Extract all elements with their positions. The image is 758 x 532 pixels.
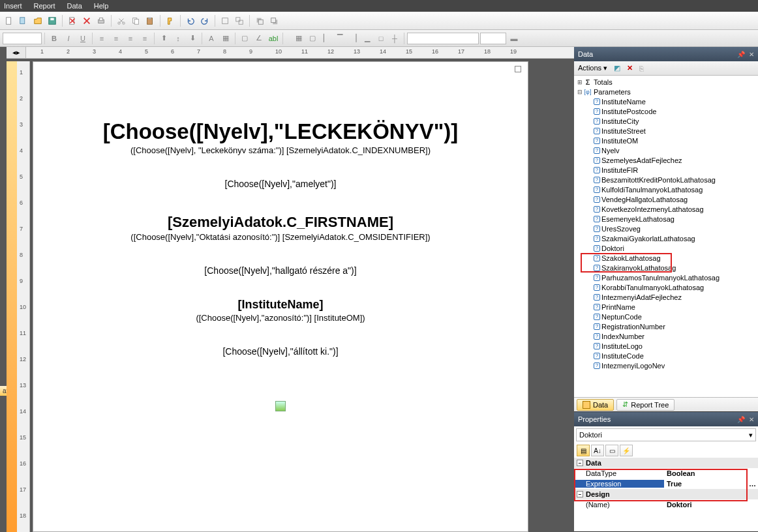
valign-middle-button[interactable]: ↕ xyxy=(172,32,185,45)
border-color-button[interactable]: ▬ xyxy=(508,32,521,45)
valign-top-button[interactable]: ⬆ xyxy=(157,32,170,45)
tree-param-InstituteCode[interactable]: ?InstituteCode xyxy=(574,351,758,361)
tree-param-EsemenyekLathatosag[interactable]: ?EsemenyekLathatosag xyxy=(574,214,758,224)
undo-button[interactable] xyxy=(184,14,197,27)
tree-param-InstituteOM[interactable]: ?InstituteOM xyxy=(574,136,758,145)
tree-param-SzakokLathatosag[interactable]: ?SzakokLathatosag xyxy=(574,253,758,263)
pin-icon[interactable]: 📌 xyxy=(737,51,745,58)
copy-item-icon[interactable]: ⎘ xyxy=(639,65,644,72)
doc-sub2[interactable]: ([Choose([Nyelv],"Oktatási azonosító:")]… xyxy=(59,232,502,242)
tree-param-InstituteName[interactable]: ?InstituteName xyxy=(574,96,758,106)
property-object-name[interactable]: Doktori▾ xyxy=(576,428,756,441)
close-panel-icon[interactable]: ✕ xyxy=(749,51,754,58)
prop-category-design[interactable]: −Design xyxy=(574,489,758,499)
doc-hallgato[interactable]: [Choose([Nyelv],"hallgató részére a")] xyxy=(59,265,502,276)
italic-button[interactable]: I xyxy=(62,32,75,45)
bold-button[interactable]: B xyxy=(48,32,61,45)
prop-row-name[interactable]: (Name)Doktori xyxy=(574,499,758,510)
tree-param-Doktori[interactable]: ?Doktori xyxy=(574,243,758,253)
close-panel-icon[interactable]: ✕ xyxy=(749,416,754,423)
tree-param-Nyelv[interactable]: ?Nyelv xyxy=(574,145,758,155)
tree-param-KulfoldiTanulmanyokLathatosag[interactable]: ?KulfoldiTanulmanyokLathatosag xyxy=(574,185,758,194)
alphabetical-button[interactable]: A↓ xyxy=(591,445,604,456)
actions-dropdown[interactable]: Actions ▾ xyxy=(578,64,607,72)
border-outer-button[interactable]: □ xyxy=(374,32,387,45)
send-back-button[interactable] xyxy=(267,14,280,27)
menu-data[interactable]: Data xyxy=(67,2,82,10)
tree-param-IntezmenyiAdatFejlechez[interactable]: ?IntezmenyiAdatFejlechez xyxy=(574,292,758,302)
expression-editor-button[interactable]: … xyxy=(746,480,758,488)
tree-param-ParhuzamosTanulmanyokLathatosag[interactable]: ?ParhuzamosTanulmanyokLathatosag xyxy=(574,273,758,282)
dropdown-icon[interactable]: ▾ xyxy=(749,431,753,439)
ungroup-button[interactable] xyxy=(233,14,246,27)
print-button[interactable] xyxy=(95,14,108,27)
image-placeholder[interactable] xyxy=(275,401,286,411)
redo-button[interactable] xyxy=(198,14,211,27)
tab-report-tree[interactable]: ⇵Report Tree xyxy=(616,399,675,411)
fill-color-button[interactable]: ▦ xyxy=(219,32,232,45)
doc-amelyet[interactable]: [Choose([Nyelv],"amelyet")] xyxy=(59,179,502,189)
doc-sub1[interactable]: ([Choose([Nyelv], "Leckekönyv száma:")] … xyxy=(59,145,502,155)
tree-param-InstituteStreet[interactable]: ?InstituteStreet xyxy=(574,126,758,136)
tree-param-InstituteLogo[interactable]: ?InstituteLogo xyxy=(574,341,758,351)
doc-name[interactable]: [SzemelyiAdatok.C_FIRSTNAME] xyxy=(59,214,502,231)
menu-report[interactable]: Report xyxy=(34,2,55,10)
data-tree[interactable]: ⊞ΣTotals ⊟[φ]Parameters ?InstituteName?I… xyxy=(574,76,758,397)
border-width-select[interactable] xyxy=(480,33,506,44)
tree-param-InstituteCity[interactable]: ?InstituteCity xyxy=(574,116,758,126)
cut-button[interactable] xyxy=(115,14,128,27)
tree-param-InstitutePostcode[interactable]: ?InstitutePostcode xyxy=(574,106,758,116)
vertical-ruler[interactable]: 123456789101112131415161718 xyxy=(17,61,30,532)
tree-param-SzakiranyokLathatosag[interactable]: ?SzakiranyokLathatosag xyxy=(574,263,758,273)
align-left-button[interactable]: ≡ xyxy=(95,32,108,45)
tree-param-SzakmaiGyakorlatLathatosag[interactable]: ?SzakmaiGyakorlatLathatosag xyxy=(574,233,758,243)
style-select[interactable] xyxy=(3,33,42,44)
border-none-button[interactable]: ▢ xyxy=(306,32,319,45)
menu-insert[interactable]: Insert xyxy=(4,2,22,10)
copy-button[interactable] xyxy=(129,14,142,27)
tree-param-NeptunCode[interactable]: ?NeptunCode xyxy=(574,312,758,321)
new-item-icon[interactable]: ◩ xyxy=(614,64,620,72)
tab-data[interactable]: Data xyxy=(577,399,614,411)
tree-param-RegistrationNumber[interactable]: ?RegistrationNumber xyxy=(574,321,758,331)
border-inner-button[interactable]: ┼ xyxy=(388,32,401,45)
underline-button[interactable]: U xyxy=(76,32,89,45)
horizontal-ruler[interactable]: 12345678910111213141516171819 xyxy=(26,47,574,58)
open-button[interactable] xyxy=(31,14,44,27)
border-button[interactable]: ▢ xyxy=(238,32,251,45)
valign-bottom-button[interactable]: ⬇ xyxy=(186,32,199,45)
tree-parameters[interactable]: ⊟[φ]Parameters xyxy=(574,87,758,96)
bring-front-button[interactable] xyxy=(253,14,266,27)
save-button[interactable] xyxy=(46,14,59,27)
border-bottom-button[interactable]: ▁ xyxy=(361,32,374,45)
prop-row-datatype[interactable]: DataTypeBoolean xyxy=(574,468,758,479)
border-all-button[interactable]: ▦ xyxy=(292,32,305,45)
clear-button[interactable] xyxy=(80,14,93,27)
tree-param-BeszamitottKreditPontokLathatosag[interactable]: ?BeszamitottKreditPontokLathatosag xyxy=(574,175,758,185)
tree-param-PrintName[interactable]: ?PrintName xyxy=(574,302,758,312)
align-center-button[interactable]: ≡ xyxy=(110,32,123,45)
align-right-button[interactable]: ≡ xyxy=(124,32,137,45)
currency-button[interactable]: abl xyxy=(267,32,280,45)
paste-button[interactable] xyxy=(144,14,157,27)
border-left-button[interactable]: ▏ xyxy=(320,32,333,45)
border-top-button[interactable]: ▔ xyxy=(333,32,346,45)
tree-param-IntezmenyiLogoNev[interactable]: ?IntezmenyiLogoNev xyxy=(574,361,758,370)
font-color-button[interactable]: A xyxy=(205,32,218,45)
group-button[interactable] xyxy=(219,14,232,27)
tree-param-SzemelyesAdatFejlechez[interactable]: ?SzemelyesAdatFejlechez xyxy=(574,155,758,165)
report-page[interactable]: [Choose([Nyelv],"LECKEKÖNYV")] ([Choose(… xyxy=(33,61,528,532)
categorized-button[interactable]: ▤ xyxy=(577,445,590,456)
new-report-button[interactable] xyxy=(17,14,30,27)
tree-param-IndexNumber[interactable]: ?IndexNumber xyxy=(574,331,758,341)
tree-param-VendegHallgatoLathatosag[interactable]: ?VendegHallgatoLathatosag xyxy=(574,194,758,204)
tree-param-KorabbiTanulmanyokLathatosag[interactable]: ?KorabbiTanulmanyokLathatosag xyxy=(574,282,758,292)
delete-button[interactable] xyxy=(66,14,79,27)
tree-param-InstituteFIR[interactable]: ?InstituteFIR xyxy=(574,165,758,175)
doc-institute[interactable]: [InstituteName] xyxy=(59,298,502,312)
doc-allitott[interactable]: [Choose([Nyelv],"állított ki.")] xyxy=(59,346,502,357)
align-justify-button[interactable]: ≡ xyxy=(138,32,151,45)
doc-sub3[interactable]: ([Choose([Nyelv],"azonosító:")] [Institu… xyxy=(59,313,502,323)
tree-totals[interactable]: ⊞ΣTotals xyxy=(574,77,758,87)
pin-icon[interactable]: 📌 xyxy=(737,416,745,423)
